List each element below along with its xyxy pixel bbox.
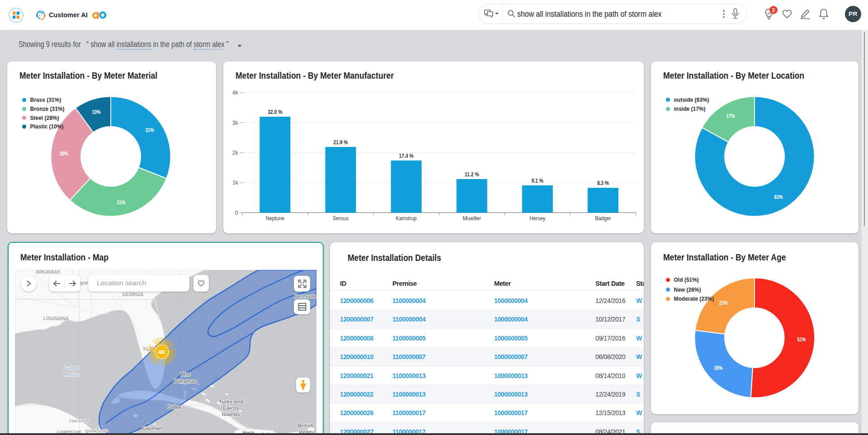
svg-text:outside (83%): outside (83%) [674, 97, 709, 103]
svg-text:Bahamas: Bahamas [174, 378, 197, 384]
svg-text:Bermuda: Bermuda [294, 293, 316, 299]
svg-text:28%: 28% [60, 150, 68, 157]
svg-text:Brass (31%): Brass (31%) [30, 97, 61, 103]
svg-text:Mexico: Mexico [63, 372, 80, 377]
svg-text:Bronze (31%): Bronze (31%) [30, 106, 65, 112]
svg-text:Turks and: Turks and [219, 399, 243, 404]
svg-text:Mueller: Mueller [462, 215, 481, 222]
svg-text:ARKANSAS: ARKANSAS [36, 270, 60, 274]
svg-text:21.9 %: 21.9 % [334, 139, 348, 146]
svg-text:New (26%): New (26%) [674, 287, 701, 293]
svg-text:3k: 3k [232, 120, 239, 126]
svg-text:Cayman: Cayman [142, 426, 162, 431]
svg-text:31%: 31% [117, 199, 125, 206]
svg-text:GEORGIA: GEORGIA [123, 292, 144, 297]
svg-text:Sensus: Sensus [333, 215, 349, 222]
svg-text:Caicos: Caicos [223, 405, 239, 411]
svg-text:Gulf of: Gulf of [64, 365, 80, 371]
svg-text:11.2 %: 11.2 % [465, 171, 479, 178]
svg-text:Neptune: Neptune [266, 215, 284, 222]
svg-text:31%: 31% [146, 127, 154, 133]
svg-text:QUINTANA: QUINTANA [85, 428, 109, 433]
svg-text:Old (51%): Old (51%) [674, 277, 699, 283]
svg-text:Cuba: Cuba [167, 403, 181, 410]
svg-text:17.4 %: 17.4 % [399, 152, 414, 159]
svg-text:Steel (28%): Steel (28%) [30, 115, 59, 121]
svg-text:YUCATAN: YUCATAN [69, 418, 90, 423]
svg-text:The: The [180, 371, 191, 378]
svg-text:Hersey: Hersey [529, 215, 546, 222]
svg-text:32.0 %: 32.0 % [268, 109, 282, 115]
svg-text:inside (17%): inside (17%) [674, 106, 706, 112]
svg-text:Plastic (10%): Plastic (10%) [30, 123, 64, 130]
svg-text:Kamstrup: Kamstrup [396, 215, 417, 222]
svg-text:4k: 4k [232, 90, 239, 96]
svg-text:17%: 17% [726, 113, 735, 119]
svg-text:0: 0 [235, 210, 238, 216]
svg-text:Islands: Islands [222, 411, 240, 417]
svg-text:4K: 4K [158, 349, 166, 355]
svg-text:83%: 83% [774, 194, 783, 200]
svg-text:IPP: IPP [80, 281, 88, 286]
svg-text:26%: 26% [714, 364, 722, 371]
svg-text:8.3 %: 8.3 % [597, 180, 609, 186]
svg-text:51%: 51% [797, 336, 806, 343]
svg-text:Moderate (23%): Moderate (23%) [674, 296, 714, 302]
svg-text:9.1 %: 9.1 % [532, 177, 543, 184]
svg-text:1k: 1k [232, 180, 239, 186]
svg-text:LOUISIANA: LOUISIANA [43, 316, 69, 321]
svg-text:23%: 23% [719, 299, 728, 306]
svg-text:Badger: Badger [595, 215, 611, 222]
svg-text:British: British [298, 423, 313, 428]
svg-text:10%: 10% [92, 109, 100, 115]
svg-text:2k: 2k [232, 150, 239, 156]
